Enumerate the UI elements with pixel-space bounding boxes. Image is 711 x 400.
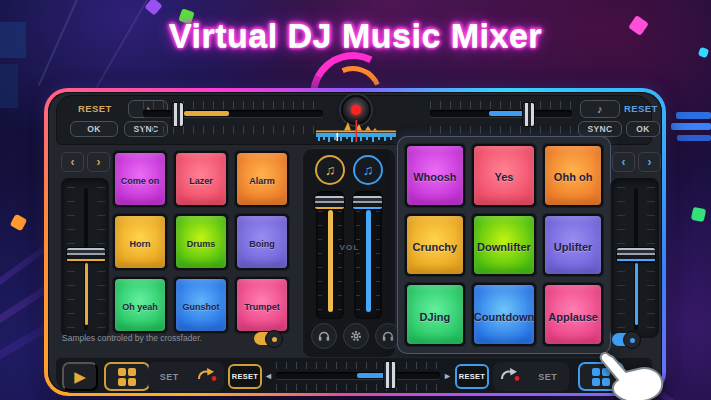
sample-pad-label: Crunchy: [413, 241, 458, 253]
sample-pad-yes[interactable]: Yes: [474, 146, 534, 205]
pads-grid-icon: [118, 368, 136, 386]
right-ok-button[interactable]: OK: [626, 121, 660, 137]
confetti: [144, 0, 162, 16]
volume-ticks: [376, 197, 380, 313]
sample-pad-cell: Countdown: [471, 282, 537, 347]
sample-pad-cell: Alarm: [234, 150, 290, 208]
sample-pad-cell: Drums: [173, 213, 229, 271]
left-pitch-slider[interactable]: [143, 110, 323, 117]
confetti: [10, 214, 28, 232]
sample-pad-cell: Trumpet: [234, 276, 290, 334]
left-volume-handle[interactable]: [314, 195, 345, 210]
left-set-button[interactable]: SET: [154, 371, 185, 383]
left-track-button[interactable]: ♫: [315, 155, 345, 185]
left-deck-fader[interactable]: [60, 177, 110, 339]
right-pitch-ticks: [430, 126, 572, 134]
chevron-right-icon: ›: [648, 155, 652, 169]
left-pitch-ticks: [143, 126, 323, 134]
sample-pad-cell: Oh yeah: [112, 276, 168, 334]
sample-pad-cell: DJing: [404, 282, 466, 347]
right-prev-bank-button[interactable]: ‹: [612, 152, 635, 172]
right-keylock-button[interactable]: ♪: [580, 100, 620, 118]
settings-gear-button[interactable]: [343, 323, 369, 349]
right-track-button[interactable]: ♫: [353, 155, 383, 185]
play-button[interactable]: ▶: [62, 362, 98, 391]
crossfader-right-arrow-icon[interactable]: ►: [443, 371, 452, 381]
right-next-bank-button[interactable]: ›: [638, 152, 661, 172]
left-pitch-fill: [184, 111, 229, 116]
sample-pad-oh-yeah[interactable]: Oh yeah: [115, 279, 165, 331]
sample-pad-countdown[interactable]: Countdown: [474, 285, 534, 344]
left-next-bank-button[interactable]: ›: [87, 152, 110, 172]
sample-pad-label: Countdown: [474, 311, 534, 323]
left-pitch-reset-label[interactable]: RESET: [78, 103, 112, 114]
bg-block: [0, 64, 18, 108]
sample-pad-label: Downlifter: [477, 241, 531, 253]
left-ok-button[interactable]: OK: [70, 121, 118, 137]
sample-pad-horn[interactable]: Horn: [115, 216, 165, 268]
sample-pad-label: Yes: [495, 171, 514, 183]
sample-pad-whoosh[interactable]: Whoosh: [407, 146, 463, 205]
sample-pad-djing[interactable]: DJing: [407, 285, 463, 344]
sample-pad-label: Boing: [249, 239, 275, 249]
right-pitch-handle[interactable]: [522, 102, 535, 127]
left-pitch-handle[interactable]: [171, 102, 184, 127]
sample-pad-ohh-oh[interactable]: Ohh oh: [545, 146, 601, 205]
sample-pad-gunshot[interactable]: Gunshot: [176, 279, 226, 331]
right-reset-button[interactable]: RESET: [455, 364, 489, 389]
left-cue-headphones-button[interactable]: [311, 323, 337, 349]
crossfader-left-arrow-icon[interactable]: ◄: [264, 371, 273, 381]
right-set-button[interactable]: SET: [532, 371, 563, 383]
crossfader-ticks: [276, 362, 440, 369]
music-notes-icon: ♫: [363, 162, 374, 178]
sample-pad-label: Come on: [121, 176, 160, 186]
left-prev-bank-button[interactable]: ‹: [61, 152, 84, 172]
sample-pad-crunchy[interactable]: Crunchy: [407, 216, 463, 275]
right-loop-group: SET: [493, 362, 569, 391]
note-icon: ♪: [597, 103, 603, 115]
sample-pad-cell: Gunshot: [173, 276, 229, 334]
right-loop-button[interactable]: [499, 367, 521, 386]
sample-pad-cell: Whoosh: [404, 143, 466, 208]
toggle-knob: [265, 330, 283, 348]
left-loop-button[interactable]: [196, 367, 218, 386]
right-volume-handle[interactable]: [352, 195, 383, 210]
volume-ticks: [318, 197, 322, 313]
sample-pad-lazer[interactable]: Lazer: [176, 153, 226, 205]
sample-pad-alarm[interactable]: Alarm: [237, 153, 287, 205]
left-pads-button[interactable]: [104, 362, 150, 391]
sample-pad-label: Whoosh: [413, 171, 456, 183]
sample-pad-label: Applause: [548, 311, 598, 323]
sample-pad-label: Uplifter: [554, 241, 593, 253]
headphones-icon: [318, 330, 330, 342]
sample-pad-label: Lazer: [189, 176, 213, 186]
right-deck-fader-handle[interactable]: [616, 247, 656, 263]
sample-pad-label: Drums: [187, 239, 216, 249]
left-loop-group: SET: [148, 362, 224, 391]
left-crossfader-toggle[interactable]: [254, 332, 281, 345]
right-sync-button[interactable]: SYNC: [578, 121, 622, 137]
sample-pad-label: DJing: [420, 311, 451, 323]
chevron-left-icon: ‹: [71, 155, 75, 169]
sample-pad-label: Trumpet: [244, 302, 280, 312]
sample-pad-boing[interactable]: Boing: [237, 216, 287, 268]
sample-pad-cell: Lazer: [173, 150, 229, 208]
sample-pad-cell: Crunchy: [404, 213, 466, 278]
crossfader-handle[interactable]: [383, 361, 397, 389]
sample-pad-downlifter[interactable]: Downlifter: [474, 216, 534, 275]
right-crossfader-toggle[interactable]: [612, 333, 639, 346]
left-pitch-ticks: [143, 101, 323, 109]
sample-pad-applause[interactable]: Applause: [545, 285, 601, 344]
sample-pad-cell: Horn: [112, 213, 168, 271]
sample-pad-cell: Uplifter: [542, 213, 604, 278]
sample-pad-drums[interactable]: Drums: [176, 216, 226, 268]
loop-arrow-icon: [196, 367, 218, 383]
right-pitch-reset-label[interactable]: RESET: [624, 103, 658, 114]
sample-pad-uplifter[interactable]: Uplifter: [545, 216, 601, 275]
sample-pad-come-on[interactable]: Come on: [115, 153, 165, 205]
confetti: [691, 207, 706, 222]
right-deck-fader[interactable]: [610, 177, 660, 339]
left-reset-button[interactable]: RESET: [228, 364, 262, 389]
left-deck-fader-handle[interactable]: [66, 247, 106, 263]
sample-pad-trumpet[interactable]: Trumpet: [237, 279, 287, 331]
